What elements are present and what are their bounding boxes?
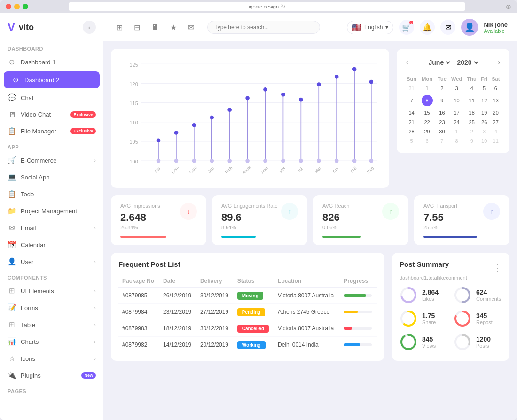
calendar-day[interactable]: 7 — [435, 136, 449, 146]
calendar-day[interactable]: 8 — [419, 93, 435, 108]
sidebar-item-socialapp[interactable]: 💻 Social App — [0, 169, 103, 186]
calendar-day[interactable]: 14 — [404, 108, 419, 117]
svg-text:Shil: Shil — [349, 166, 357, 174]
sidebar-item-user[interactable]: 👤 User › — [0, 253, 103, 270]
calendar-day[interactable]: 24 — [449, 117, 465, 127]
cell-pkg: #0879982 — [118, 337, 159, 353]
calendar-day[interactable]: 4 — [465, 84, 479, 93]
calendar-day[interactable]: 10 — [449, 93, 465, 108]
year-select[interactable]: 2020 — [455, 58, 480, 67]
calendar-day[interactable]: 5 — [404, 136, 419, 146]
donut-chart — [454, 286, 471, 304]
calendar-day[interactable]: 19 — [479, 108, 490, 117]
calendar-day[interactable]: 29 — [419, 127, 435, 136]
calendar-day[interactable]: 2 — [465, 127, 479, 136]
calendar-day[interactable]: 30 — [435, 127, 449, 136]
calendar-day[interactable]: 11 — [489, 136, 502, 146]
language-selector[interactable]: 🇺🇸 English ▾ — [347, 21, 393, 34]
calendar-day[interactable]: 23 — [435, 117, 449, 127]
calendar-day[interactable]: 1 — [449, 127, 465, 136]
cart-button[interactable]: 🛒 0 — [399, 20, 414, 35]
stat-pct: 25.5% — [423, 225, 457, 230]
maximize-btn[interactable] — [23, 4, 28, 9]
sidebar-item-videochat[interactable]: 🖥 Video Chat Exclusive — [0, 106, 103, 123]
calendar-day[interactable]: 13 — [489, 93, 502, 108]
sidebar-item-uielements[interactable]: ⊞ UI Elements › — [0, 282, 103, 299]
message-button[interactable]: ✉ — [440, 20, 455, 35]
notification-button[interactable]: 🔔 — [420, 20, 435, 35]
calendar-day[interactable]: 1 — [419, 84, 435, 93]
calendar-day[interactable]: 25 — [465, 117, 479, 127]
sidebar-item-ecommerce[interactable]: 🛒 E-Commerce › — [0, 152, 103, 169]
calendar-day[interactable]: 15 — [419, 108, 435, 117]
sidebar-item-filemanager[interactable]: 📋 File Manager Exclusive — [0, 123, 103, 140]
calendar-day[interactable]: 3 — [479, 127, 490, 136]
calendar-day[interactable]: 18 — [465, 108, 479, 117]
calendar-day[interactable]: 2 — [435, 84, 449, 93]
calendar-day[interactable]: 9 — [435, 93, 449, 108]
expand-icon[interactable]: ⊕ — [506, 3, 511, 10]
calendar-day[interactable]: 6 — [419, 136, 435, 146]
sidebar-item-table[interactable]: ⊞ Table › — [0, 316, 103, 333]
card-icon[interactable]: ⊟ — [130, 21, 144, 34]
grid-icon[interactable]: ⊞ — [113, 21, 126, 34]
mail-icon[interactable]: ✉ — [184, 21, 198, 34]
svg-point-29 — [227, 108, 232, 112]
status-badge: Moving — [237, 292, 263, 300]
calendar-day[interactable]: 8 — [449, 136, 465, 146]
sidebar-item-plugins[interactable]: 🔌 Plugins New — [0, 367, 103, 384]
calendar-day[interactable]: 26 — [479, 117, 490, 127]
calendar-day[interactable]: 22 — [419, 117, 435, 127]
calendar-day[interactable]: 3 — [449, 84, 465, 93]
cell-status: Moving — [234, 288, 274, 304]
calendar-day[interactable]: 20 — [489, 108, 502, 117]
calendar-day[interactable]: 11 — [465, 93, 479, 108]
cal-header-sat: Sat — [489, 74, 502, 84]
calendar-day[interactable]: 27 — [489, 117, 502, 127]
calendar-day[interactable]: 16 — [435, 108, 449, 117]
sidebar-item-todo[interactable]: 📋 Todo — [0, 186, 103, 202]
sidebar-item-projectmgmt[interactable]: 📁 Project Management — [0, 202, 103, 219]
cal-header-sun: Sun — [404, 74, 419, 84]
avatar[interactable]: 👤 — [461, 19, 478, 36]
sidebar-item-dashboard1[interactable]: ⊙ Dashboard 1 — [0, 54, 103, 70]
sidebar-item-forms[interactable]: 📝 Forms › — [0, 299, 103, 316]
calendar-day[interactable]: 28 — [404, 127, 419, 136]
sidebar-item-charts[interactable]: 📊 Charts › — [0, 333, 103, 350]
new-badge: New — [81, 372, 96, 379]
calendar-prev-button[interactable]: ‹ — [404, 56, 410, 69]
calendar-day[interactable]: 9 — [465, 136, 479, 146]
address-bar[interactable]: iqonic.design ↻ — [69, 2, 465, 11]
calendar-day[interactable]: 5 — [479, 84, 490, 93]
sidebar-item-label: File Manager — [21, 128, 66, 135]
star-icon[interactable]: ★ — [166, 21, 180, 34]
sidebar-item-email[interactable]: ✉ Email › — [0, 219, 103, 236]
calendar-day[interactable]: 6 — [489, 84, 502, 93]
sidebar-item-dashboard2[interactable]: ⊙ Dashboard 2 — [4, 71, 100, 88]
calendar-day[interactable]: 7 — [404, 93, 419, 108]
post-summary-menu-button[interactable]: ⋮ — [494, 263, 502, 273]
minimize-btn[interactable] — [14, 4, 20, 9]
cell-delivery: 30/12/2019 — [196, 320, 234, 337]
calendar-day[interactable]: 21 — [404, 117, 419, 127]
search-input[interactable] — [207, 21, 320, 34]
month-select[interactable]: June — [427, 58, 452, 67]
calendar-day[interactable]: 12 — [479, 93, 490, 108]
logo-icon: V — [8, 21, 15, 34]
sidebar-collapse-button[interactable]: ‹ — [83, 21, 96, 34]
close-btn[interactable] — [6, 4, 11, 9]
cal-header-thu: Thu — [465, 74, 479, 84]
monitor-icon[interactable]: 🖥 — [148, 21, 163, 33]
sidebar-item-calendar[interactable]: 📅 Calendar — [0, 236, 103, 253]
calendar-day[interactable]: 17 — [449, 108, 465, 117]
svg-point-38 — [157, 159, 161, 163]
calendar-day[interactable]: 31 — [404, 84, 419, 93]
refresh-icon[interactable]: ↻ — [281, 3, 285, 10]
calendar-day[interactable]: 4 — [489, 127, 502, 136]
calendar-day[interactable]: 10 — [479, 136, 490, 146]
stat-icon: ↓ — [180, 203, 197, 220]
calendar-next-button[interactable]: › — [496, 56, 502, 69]
sidebar-item-chat[interactable]: 💬 Chat — [0, 89, 103, 106]
topbar: ⊞ ⊟ 🖥 ★ ✉ 🇺🇸 English ▾ 🛒 — [103, 13, 517, 41]
sidebar-item-icons[interactable]: ☆ Icons › — [0, 350, 103, 367]
